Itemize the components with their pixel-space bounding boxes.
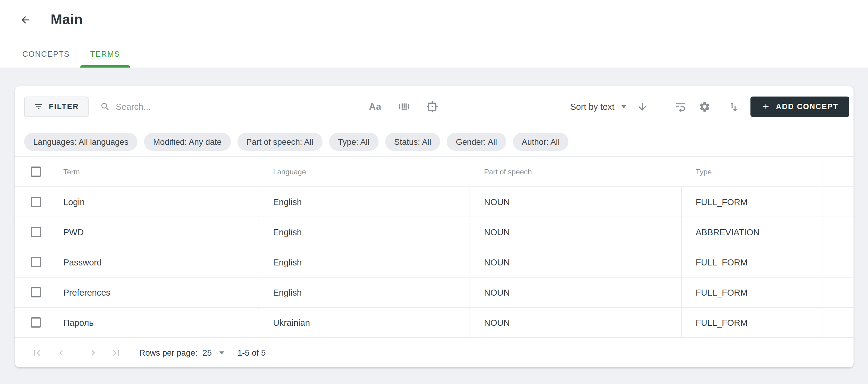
term-cell: Preferences [15,277,259,307]
content-area: FILTER Aa [0,86,868,384]
add-concept-button[interactable]: ADD CONCEPT [750,96,849,117]
spacer-cell [824,308,854,337]
swap-vertical-icon[interactable] [727,100,740,113]
tab-label: TERMS [90,49,120,58]
column-header-label: Part of speech [484,168,532,176]
language-cell: English [259,217,470,247]
header-cell-language: Language [259,157,470,186]
rows-per-page-caret-icon[interactable] [219,351,224,354]
table-row[interactable]: PreferencesEnglishNOUNFULL_FORM [15,277,854,308]
table-row[interactable]: PWDEnglishNOUNABBREVIATION [15,217,854,247]
spacer-cell [824,247,854,277]
sort-caret-icon[interactable] [621,105,626,108]
exact-match-icon[interactable] [426,100,439,113]
table-row[interactable]: ПарольUkrainianNOUNFULL_FORM [15,308,854,338]
app-header: Main CONCEPTSTERMS [0,0,868,68]
language-cell: Ukrainian [259,308,470,337]
page: Main CONCEPTSTERMS FILTER [0,0,868,384]
row-checkbox[interactable] [31,287,41,297]
pagination-range: 1-5 of 5 [238,348,266,357]
header-cell-term: Term [15,157,259,186]
filter-chip[interactable]: Status: All [385,133,440,151]
tab-label: CONCEPTS [22,49,70,58]
filter-chips-row: Languages: All languagesModified: Any da… [15,127,854,157]
tab-concepts[interactable]: CONCEPTS [12,40,80,67]
tab-terms[interactable]: TERMS [80,40,130,67]
part-of-speech-cell: NOUN [470,308,682,337]
settings-gear-icon[interactable] [699,100,711,113]
language-cell: English [259,247,470,277]
pagination-bar: Rows per page: 25 1-5 of 5 [15,338,854,367]
filter-chip[interactable]: Part of speech: All [237,133,322,151]
column-header-label: Language [273,168,306,176]
term-text: Login [63,197,85,207]
header-cell-part-of-speech: Part of speech [470,157,682,186]
table-row[interactable]: LoginEnglishNOUNFULL_FORM [15,187,854,217]
header-cell-spacer [824,157,854,186]
whole-word-icon[interactable] [397,100,410,113]
term-text: Пароль [63,318,94,327]
previous-page-icon[interactable] [56,347,67,358]
add-concept-label: ADD CONCEPT [776,102,838,111]
row-checkbox[interactable] [31,197,41,207]
terms-card: FILTER Aa [15,86,854,367]
page-title: Main [51,11,83,28]
tabs: CONCEPTSTERMS [12,40,130,67]
wrap-arrow-icon[interactable] [675,100,687,113]
back-arrow-icon[interactable] [20,14,31,25]
sort-by-dropdown[interactable]: Sort by text [570,102,615,111]
filter-chip[interactable]: Author: All [513,133,569,151]
type-cell: FULL_FORM [682,187,824,216]
language-cell: English [259,187,470,216]
table-header: TermLanguagePart of speechType [15,157,854,187]
table-row[interactable]: PasswordEnglishNOUNFULL_FORM [15,247,854,277]
spacer-cell [824,277,854,307]
type-cell: ABBREVIATION [682,217,824,247]
spacer-cell [824,217,854,247]
filter-button[interactable]: FILTER [24,96,89,117]
filter-list-icon [34,102,43,111]
type-cell: FULL_FORM [682,308,824,337]
search-icon [100,101,110,112]
term-cell: Password [15,247,259,277]
term-text: Password [63,257,101,267]
type-cell: FULL_FORM [682,277,824,307]
term-text: PWD [63,227,84,237]
filter-chip[interactable]: Languages: All languages [24,133,137,151]
filter-chip[interactable]: Type: All [329,133,378,151]
toolbar: FILTER Aa [15,86,854,127]
next-page-icon[interactable] [87,347,99,358]
term-cell: Пароль [15,308,259,337]
part-of-speech-cell: NOUN [470,277,682,307]
term-text: Preferences [63,288,110,297]
language-cell: English [259,277,470,307]
plus-icon [761,102,770,111]
part-of-speech-cell: NOUN [470,247,682,277]
rows-per-page-value[interactable]: 25 [203,348,212,357]
active-tab-indicator [80,65,130,67]
column-header-label: Type [695,168,712,176]
part-of-speech-cell: NOUN [470,187,682,216]
type-cell: FULL_FORM [682,247,824,277]
filter-chip[interactable]: Gender: All [447,133,506,151]
filter-chip[interactable]: Modified: Any date [144,133,230,151]
first-page-icon[interactable] [31,347,43,358]
spacer-cell [824,187,854,216]
scale-wrapper: Main CONCEPTSTERMS FILTER [0,0,868,384]
header-cell-type: Type [682,157,824,186]
table-body: LoginEnglishNOUNFULL_FORMPWDEnglishNOUNA… [15,187,854,338]
filter-button-label: FILTER [49,102,79,111]
part-of-speech-cell: NOUN [470,217,682,247]
match-case-icon[interactable]: Aa [369,101,381,112]
select-all-checkbox[interactable] [31,167,41,177]
column-header-label: Term [63,168,80,176]
rows-per-page-label: Rows per page: [139,348,197,357]
sort-direction-arrow-icon[interactable] [637,101,648,112]
row-checkbox[interactable] [31,227,41,237]
row-checkbox[interactable] [31,257,41,267]
term-cell: Login [15,187,259,216]
term-cell: PWD [15,217,259,247]
search-input[interactable] [116,96,297,117]
row-checkbox[interactable] [31,317,41,328]
last-page-icon[interactable] [110,347,122,358]
